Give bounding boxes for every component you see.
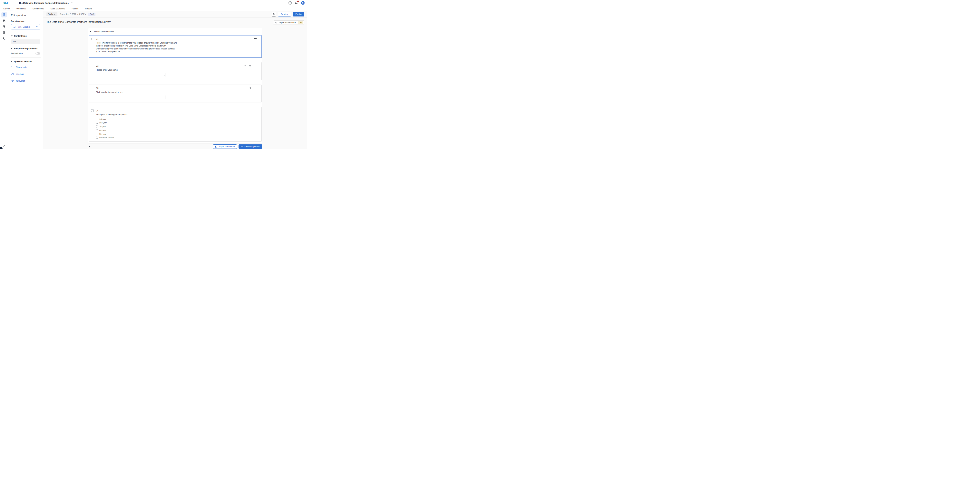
preview-button[interactable]: Preview (278, 12, 291, 16)
question-type-label: Question type (11, 20, 40, 22)
ellipsis-menu-icon[interactable] (254, 38, 257, 39)
text-entry-input[interactable] (96, 95, 165, 99)
question-checkbox[interactable] (91, 38, 94, 40)
main-tabbar: Survey Workflows Distributions Data & An… (0, 6, 307, 11)
blocks-flow-icon (2, 19, 6, 22)
question-text[interactable]: Click to write the question text (96, 91, 258, 93)
radio-button[interactable] (96, 121, 98, 124)
radio-button[interactable] (96, 118, 98, 120)
tab-workflows[interactable]: Workflows (13, 6, 29, 11)
question-card-q2[interactable]: Q2 Please enter your name (89, 62, 262, 80)
expert-review-pill[interactable]: ExpertReview score Fair (273, 21, 304, 25)
question-behavior-section-header[interactable]: Question behavior (11, 60, 40, 62)
add-validation-toggle[interactable] (35, 53, 40, 54)
text-graphic-icon (13, 25, 16, 28)
question-id: Q4 (96, 110, 258, 112)
hamburger-menu-icon[interactable] (13, 2, 16, 5)
choice-row: 4th year (96, 129, 258, 131)
tab-distributions[interactable]: Distributions (29, 6, 47, 11)
question-text[interactable]: What year of undergrad are you in? (96, 113, 258, 116)
choice-label: Graduate Student (99, 137, 114, 139)
notification-badge: 1 (297, 0, 299, 3)
display-logic-link[interactable]: Display logic (11, 66, 40, 69)
question-type-select[interactable]: Text / Graphic (11, 24, 40, 29)
chevron-down-icon (72, 2, 73, 3)
lightbulb-icon[interactable] (249, 87, 252, 89)
window-title: The Data Mine Corporate Partners Introdu… (19, 2, 69, 4)
tab-data-analysis[interactable]: Data & Analysis (47, 6, 68, 11)
radio-button[interactable] (96, 133, 98, 135)
choice-row: 1st year (96, 118, 258, 120)
block-collapse-triangle[interactable] (89, 31, 91, 32)
rail-item-look-and-feel[interactable] (2, 24, 7, 29)
display-logic-label: Display logic (16, 66, 27, 68)
collapse-triangle-icon (11, 35, 13, 37)
question-card-q1[interactable]: Q1 Hello! This form's intent is to learn… (89, 35, 262, 58)
choice-label: 5th year (99, 133, 106, 135)
question-id: Q3 (96, 87, 258, 89)
chevron-right-icon (3, 144, 5, 147)
search-icon (273, 13, 275, 16)
choice-label: 3rd year (99, 125, 106, 128)
tab-results[interactable]: Results (68, 6, 82, 11)
saved-status-text: Saved Aug 2, 2022 at 4:57 PM (60, 13, 86, 15)
import-from-library-button[interactable]: Import from library (213, 144, 237, 149)
expand-rail-chevron[interactable] (3, 144, 5, 147)
javascript-link[interactable]: JavaScript (11, 80, 40, 82)
sliders-options-icon (2, 31, 6, 34)
panel-title: Edit question (11, 14, 40, 17)
display-logic-icon (11, 66, 14, 69)
help-icon[interactable]: ? (288, 2, 292, 5)
rail-item-translations[interactable]: A (2, 35, 7, 41)
tab-survey[interactable]: Survey (0, 6, 13, 11)
choice-label: 2nd year (99, 121, 107, 124)
edit-question-panel: Edit question Question type Text / Graph… (8, 11, 43, 149)
radio-button[interactable] (96, 125, 98, 128)
question-card-q3[interactable]: Q3 Click to write the question text (89, 85, 262, 102)
content-type-select[interactable]: Text (11, 40, 40, 44)
book-icon (215, 145, 218, 148)
rail-item-survey-flow[interactable] (2, 18, 7, 23)
content-type-label: Content type (14, 35, 27, 37)
question-id: Q1 (96, 38, 258, 40)
skip-logic-label: Skip logic (16, 73, 24, 75)
survey-title[interactable]: The Data Mine Corporate Partners Introdu… (46, 21, 111, 23)
asterisk-required-icon[interactable] (249, 64, 252, 67)
question-checkbox[interactable] (91, 109, 94, 112)
window-title-dropdown[interactable]: The Data Mine Corporate Partners Introdu… (19, 2, 73, 4)
lightbulb-icon[interactable] (243, 64, 246, 67)
notifications-button[interactable]: 1 (295, 2, 298, 5)
skip-logic-link[interactable]: Skip logic (11, 73, 40, 75)
expert-review-score-badge: Fair (298, 21, 304, 24)
draft-status-badge: Draft (88, 13, 95, 16)
skip-logic-icon (11, 73, 14, 75)
choice-label: 4th year (99, 129, 106, 131)
lightbulb-icon (275, 21, 278, 24)
javascript-label: JavaScript (16, 80, 25, 82)
collapse-triangle-icon (11, 61, 13, 62)
question-text[interactable]: Please enter your name (96, 69, 258, 71)
publish-button[interactable]: Publish (293, 12, 304, 16)
content-type-section-header[interactable]: Content type (11, 35, 40, 37)
search-button[interactable] (272, 12, 276, 16)
collapse-block-triangle[interactable] (89, 146, 91, 147)
tools-button[interactable]: Tools (46, 12, 57, 16)
chevron-down-icon (54, 14, 56, 15)
avatar[interactable]: N (301, 1, 305, 5)
text-entry-input[interactable] (96, 73, 165, 77)
question-text[interactable]: Hello! This form's intent is to learn mo… (96, 42, 179, 53)
collapse-triangle-icon (11, 48, 13, 49)
question-card-q4[interactable]: Q4 What year of undergrad are you in? 1s… (89, 107, 262, 142)
rail-item-survey-options[interactable] (2, 30, 7, 35)
tab-reports[interactable]: Reports (82, 6, 95, 11)
rail-item-survey-builder[interactable] (2, 12, 7, 18)
add-new-question-button[interactable]: Add new question (239, 144, 262, 149)
radio-button[interactable] (96, 129, 98, 131)
corner-widget (0, 147, 3, 149)
block-name[interactable]: Default Question Block (94, 30, 114, 33)
response-requirements-section-header[interactable]: Response requirements (11, 47, 40, 49)
chevron-down-icon (36, 26, 38, 27)
add-validation-label: Add validation (11, 53, 23, 54)
radio-button[interactable] (96, 137, 98, 139)
choice-row: 3rd year (96, 125, 258, 128)
